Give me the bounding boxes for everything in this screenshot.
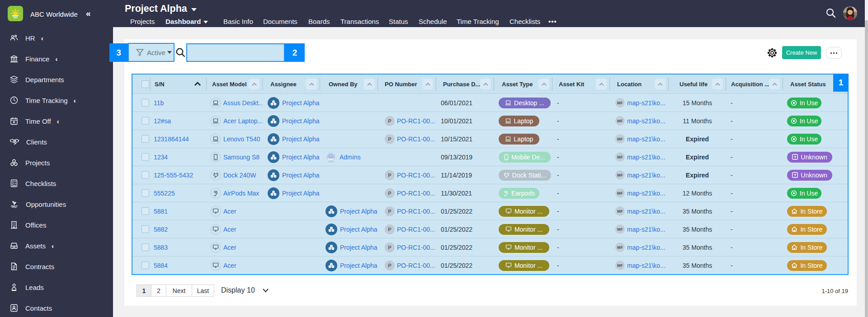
svg-text:?: ?: [794, 173, 797, 177]
svg-text:?: ?: [794, 155, 797, 159]
